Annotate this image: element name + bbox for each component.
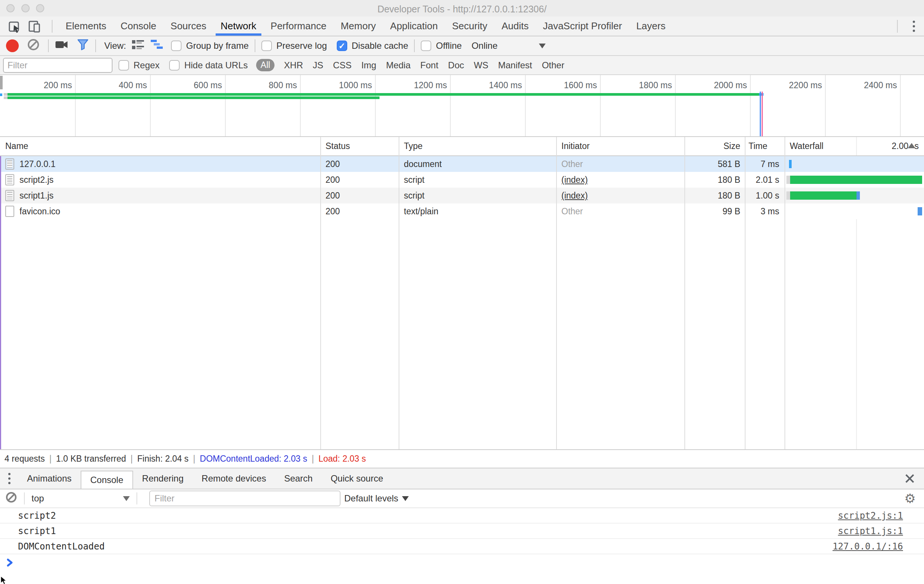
column-header-initiator[interactable]: Initiator (561, 137, 589, 156)
filter-type-ws[interactable]: WS (474, 60, 488, 71)
message-source-link[interactable]: script1.js:1 (838, 524, 903, 539)
message-text: script1 (18, 524, 56, 539)
inspect-element-icon[interactable] (7, 18, 23, 35)
drawer-tab-remote-devices[interactable]: Remote devices (193, 468, 275, 489)
record-network-log-icon[interactable] (6, 40, 19, 52)
initiator-link[interactable]: (index) (561, 191, 587, 200)
tab-javascript-profiler[interactable]: JavaScript Profiler (536, 17, 629, 36)
column-divider[interactable] (745, 137, 746, 449)
console-settings-icon[interactable]: ⚙ (904, 492, 916, 505)
clear-console-icon[interactable] (5, 491, 17, 506)
table-header-row: Name Status Type Initiator Size Time Wat… (0, 137, 924, 156)
network-request-table: Name Status Type Initiator Size Time Wat… (0, 137, 924, 449)
drawer-menu-icon[interactable] (0, 473, 18, 484)
request-type: text/plain (404, 203, 438, 219)
document-file-icon (5, 159, 14, 170)
sort-ascending-icon (908, 143, 916, 148)
devtools-menu-icon[interactable] (904, 21, 924, 32)
column-divider[interactable] (399, 137, 399, 449)
log-levels-select[interactable]: Default levels (344, 493, 409, 504)
filter-icon[interactable] (76, 38, 89, 53)
column-header-time[interactable]: Time (749, 137, 779, 156)
drawer-tab-rendering[interactable]: Rendering (133, 468, 193, 489)
disable-cache-checkbox[interactable] (337, 41, 347, 51)
initiator-link[interactable]: (index) (561, 175, 587, 185)
clear-network-log-icon[interactable] (27, 38, 40, 53)
group-by-frame-checkbox[interactable] (171, 41, 182, 51)
filter-type-media[interactable]: Media (386, 60, 410, 71)
tab-performance[interactable]: Performance (264, 17, 334, 36)
request-type: script (404, 188, 424, 203)
tab-application[interactable]: Application (383, 17, 445, 36)
column-divider[interactable] (784, 137, 785, 449)
hide-data-urls-label: Hide data URLs (184, 60, 248, 71)
divider (24, 492, 25, 505)
table-row[interactable]: script1.js 200 script (index) 180 B 1.00… (0, 188, 924, 203)
request-time: 1.00 s (745, 188, 779, 203)
request-name: script1.js (20, 188, 54, 203)
filter-type-doc[interactable]: Doc (448, 60, 464, 71)
drawer-tab-search[interactable]: Search (275, 468, 322, 489)
message-source-link[interactable]: 127.0.0.1/:16 (833, 539, 903, 554)
filter-type-img[interactable]: Img (361, 60, 376, 71)
filter-type-other[interactable]: Other (542, 60, 564, 71)
waterfall-stalled-bar (786, 175, 790, 184)
console-filter-input[interactable] (149, 491, 340, 506)
column-header-name[interactable]: Name (5, 137, 28, 156)
column-header-status[interactable]: Status (325, 137, 350, 156)
column-divider[interactable] (556, 137, 557, 449)
device-toolbar-icon[interactable] (26, 18, 43, 35)
column-header-size[interactable]: Size (671, 137, 740, 156)
table-row[interactable]: script2.js 200 script (index) 180 B 2.01… (0, 172, 924, 188)
show-overview-icon[interactable] (150, 39, 163, 53)
tab-console[interactable]: Console (113, 17, 163, 36)
column-divider[interactable] (685, 137, 685, 449)
column-header-waterfall[interactable]: Waterfall (790, 137, 823, 156)
capture-screenshots-icon[interactable] (55, 39, 69, 53)
console-message[interactable]: script2 script2.js:1 (0, 508, 924, 524)
preserve-log-label: Preserve log (276, 41, 327, 51)
filter-type-js[interactable]: JS (313, 60, 323, 71)
overview-bar-script1 (8, 96, 380, 99)
file-icon (5, 206, 14, 217)
preserve-log-checkbox[interactable] (261, 41, 272, 51)
use-large-rows-icon[interactable] (131, 39, 145, 53)
table-row[interactable]: favicon.ico 200 text/plain Other 99 B 3 … (0, 203, 924, 219)
table-row[interactable]: 127.0.0.1 200 document Other 581 B 7 ms (0, 156, 924, 172)
throttling-dropdown-icon[interactable] (539, 43, 546, 48)
offline-label: Offline (436, 41, 462, 51)
column-header-type[interactable]: Type (404, 137, 422, 156)
filter-type-font[interactable]: Font (421, 60, 438, 71)
tab-network[interactable]: Network (213, 17, 263, 36)
filter-type-manifest[interactable]: Manifest (498, 60, 532, 71)
drawer-tab-animations[interactable]: Animations (18, 468, 81, 489)
console-prompt[interactable] (0, 554, 924, 571)
message-source-link[interactable]: script2.js:1 (838, 508, 903, 524)
overview-grip[interactable] (0, 76, 3, 89)
drawer-tab-quick-source[interactable]: Quick source (322, 468, 392, 489)
tab-sources[interactable]: Sources (163, 17, 213, 36)
regex-checkbox[interactable] (119, 60, 129, 71)
execution-context-select[interactable]: top (31, 493, 130, 504)
column-divider[interactable] (320, 137, 321, 449)
hide-data-urls-checkbox[interactable] (169, 60, 180, 71)
tab-memory[interactable]: Memory (333, 17, 383, 36)
request-initiator: Other (561, 203, 583, 219)
filter-type-css[interactable]: CSS (333, 60, 351, 71)
console-message[interactable]: DOMContentLoaded 127.0.0.1/:16 (0, 539, 924, 554)
tab-elements[interactable]: Elements (58, 17, 113, 36)
close-drawer-icon[interactable] (903, 472, 916, 485)
tab-security[interactable]: Security (445, 17, 495, 36)
tab-audits[interactable]: Audits (494, 17, 536, 36)
network-overview[interactable]: 200 ms 400 ms 600 ms 800 ms 1000 ms 1200… (0, 75, 924, 137)
offline-checkbox[interactable] (421, 41, 431, 51)
throttling-select[interactable]: Online (471, 41, 497, 51)
network-filter-input[interactable] (3, 58, 112, 73)
filter-type-xhr[interactable]: XHR (284, 60, 303, 71)
console-message[interactable]: script1 script1.js:1 (0, 524, 924, 539)
regex-label: Regex (134, 60, 159, 71)
tab-layers[interactable]: Layers (629, 17, 673, 36)
drawer-tab-console[interactable]: Console (81, 471, 133, 489)
network-summary-bar: 4 requests | 1.0 KB transferred | Finish… (0, 449, 924, 468)
filter-type-all[interactable]: All (256, 59, 275, 71)
